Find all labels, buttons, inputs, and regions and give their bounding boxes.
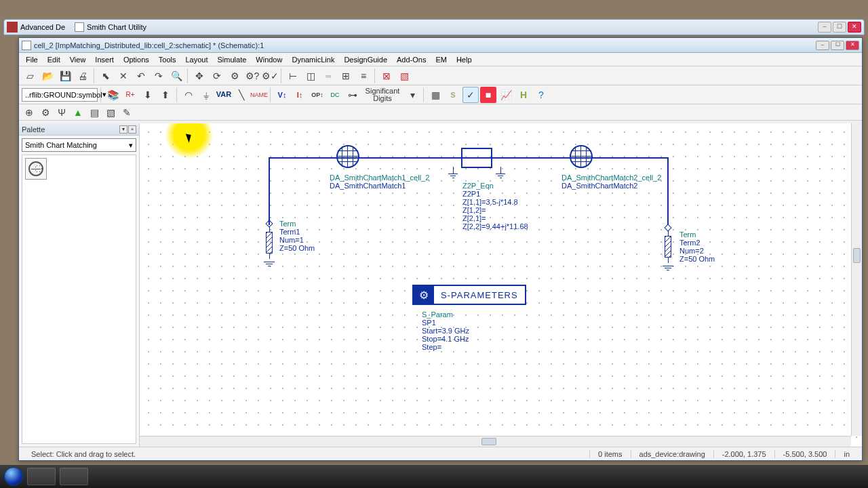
bg-tab-1[interactable]: Advanced De	[20, 23, 65, 31]
delete-icon[interactable]: ✕	[115, 68, 132, 84]
open-icon[interactable]: 📂	[39, 68, 56, 84]
os-taskbar[interactable]	[0, 465, 868, 488]
ground-icon[interactable]: ⏚	[198, 87, 214, 103]
zoom-in-icon[interactable]: ⊕	[22, 106, 37, 119]
smith-match-component-button[interactable]	[25, 158, 47, 180]
undo-icon[interactable]: ↶	[133, 68, 149, 84]
opt-icon[interactable]: OP↕	[309, 87, 326, 103]
sparam-block[interactable]: ⚙ S-PARAMETERS	[412, 285, 526, 305]
schematic-canvas[interactable]: Term Term1 Num=1 Z=50 Ohm Term Term2 Num…	[140, 123, 862, 447]
gear-icon[interactable]: ⚙	[38, 106, 53, 119]
menu-tools[interactable]: Tools	[155, 54, 180, 65]
menu-designguide[interactable]: DesignGuide	[340, 54, 391, 65]
taskbar-item[interactable]	[27, 468, 56, 485]
component-history-combo[interactable]: ..rflib:GROUND:symbol▾	[22, 88, 98, 102]
simulate-icon[interactable]: ⚙	[226, 68, 243, 84]
menu-insert[interactable]: Insert	[91, 54, 118, 65]
palette-title[interactable]: Palette ▾ ×	[19, 123, 139, 136]
short-icon[interactable]: ▧	[396, 68, 412, 84]
term1-symbol[interactable]	[263, 221, 275, 266]
var-icon[interactable]: VAR	[216, 87, 232, 103]
scroll-thumb[interactable]	[853, 248, 861, 263]
bg-maximize-button[interactable]: ☐	[833, 22, 846, 33]
save-icon[interactable]: 💾	[57, 68, 73, 84]
bus-icon[interactable]: ≡	[355, 68, 372, 84]
ground-icon	[448, 167, 458, 178]
new-icon[interactable]: ▱	[22, 68, 38, 84]
tune-fork-icon[interactable]: Ψ	[54, 106, 69, 119]
menu-addons[interactable]: Add-Ons	[393, 54, 430, 65]
port-icon[interactable]: ⊢	[285, 68, 301, 84]
tree-up-icon[interactable]: ▲	[71, 106, 85, 119]
tune-icon[interactable]: ⚙?	[244, 68, 260, 84]
results-icon[interactable]: 📈	[498, 87, 514, 103]
menu-file[interactable]: File	[22, 54, 42, 65]
sparam-header: S-PARAMETERS	[434, 290, 525, 300]
smith-match-1-symbol[interactable]	[336, 145, 359, 168]
wire	[269, 157, 270, 225]
smith-match-2-symbol[interactable]	[570, 145, 593, 168]
bg-minimize-button[interactable]: –	[818, 22, 831, 33]
titlebar[interactable]: cell_2 [ImpMatching_Distributed_lib:cell…	[19, 38, 862, 53]
arc-icon[interactable]: ◠	[180, 87, 197, 103]
snap-icon[interactable]: ✓	[462, 87, 479, 103]
net-icon[interactable]: ⊞	[338, 68, 354, 84]
zoom-view-icon[interactable]: 🔍	[168, 68, 184, 84]
bg-close-button[interactable]: ✕	[848, 22, 861, 33]
scroll-thumb[interactable]	[481, 438, 496, 445]
deactivate-icon[interactable]: ⊠	[378, 68, 395, 84]
menu-dynamiclink[interactable]: DynamicLink	[288, 54, 338, 65]
wire-icon[interactable]: ⎓	[320, 68, 336, 84]
wire-tool-icon[interactable]: ╲	[233, 87, 250, 103]
horizontal-scrollbar[interactable]	[140, 436, 851, 447]
v-icon[interactable]: V↕	[274, 87, 290, 103]
move-icon[interactable]: ✥	[191, 68, 208, 84]
menu-layout[interactable]: Layout	[181, 54, 212, 65]
sig-digits-button[interactable]: SignificantDigits	[362, 87, 403, 103]
optimize-icon[interactable]: ⚙✓	[262, 68, 278, 84]
record-icon[interactable]: ■	[480, 87, 496, 103]
menu-view[interactable]: View	[66, 54, 90, 65]
bg-tab-2[interactable]: Smith Chart Utility	[75, 22, 146, 32]
menu-edit[interactable]: Edit	[43, 54, 64, 65]
palette-category-combo[interactable]: Smith Chart Matching▾	[22, 138, 136, 152]
s-icon[interactable]: S	[445, 87, 461, 103]
dropdown-icon[interactable]: ▾	[404, 87, 420, 103]
menu-em[interactable]: EM	[431, 54, 451, 65]
redo-icon[interactable]: ↷	[151, 68, 167, 84]
print-icon[interactable]: 🖨	[75, 68, 91, 84]
palette-close-button[interactable]: ×	[128, 125, 136, 134]
maximize-button[interactable]: ☐	[831, 41, 844, 50]
pin-icon[interactable]: ◫	[302, 68, 319, 84]
nodes-icon[interactable]: ⊶	[344, 87, 361, 103]
help-icon[interactable]: ?	[533, 87, 549, 103]
measure-icon[interactable]: ✎	[119, 106, 134, 119]
i-icon[interactable]: I↕	[292, 87, 308, 103]
push-icon[interactable]: ⬇	[140, 87, 156, 103]
palette-pin-button[interactable]: ▾	[119, 125, 127, 134]
term2-symbol[interactable]	[662, 225, 674, 270]
pointer-icon[interactable]: ⬉	[98, 68, 114, 84]
menu-options[interactable]: Options	[119, 54, 153, 65]
app-icon	[7, 22, 18, 33]
chart-icon[interactable]: ▧	[103, 106, 118, 119]
taskbar-item[interactable]	[60, 468, 88, 485]
close-button[interactable]: ✕	[846, 41, 859, 50]
menu-simulate[interactable]: Simulate	[214, 54, 251, 65]
hierarchy-icon[interactable]: ▤	[87, 106, 102, 119]
rotate-icon[interactable]: ⟳	[209, 68, 225, 84]
library-icon[interactable]: 📚	[104, 87, 121, 103]
vertical-scrollbar[interactable]	[851, 123, 862, 436]
name-icon[interactable]: NAME	[251, 87, 267, 103]
rplus-icon[interactable]: R+	[122, 87, 138, 103]
menu-help[interactable]: Help	[452, 54, 476, 65]
menu-window[interactable]: Window	[252, 54, 286, 65]
start-button[interactable]	[4, 467, 23, 486]
dc-icon[interactable]: DC	[327, 87, 343, 103]
pop-icon[interactable]: ⬆	[157, 87, 174, 103]
z2p-symbol[interactable]	[461, 148, 492, 168]
ground-icon	[495, 167, 506, 178]
h-icon[interactable]: H	[515, 87, 532, 103]
layout-icon[interactable]: ▦	[427, 87, 443, 103]
minimize-button[interactable]: –	[816, 41, 829, 50]
